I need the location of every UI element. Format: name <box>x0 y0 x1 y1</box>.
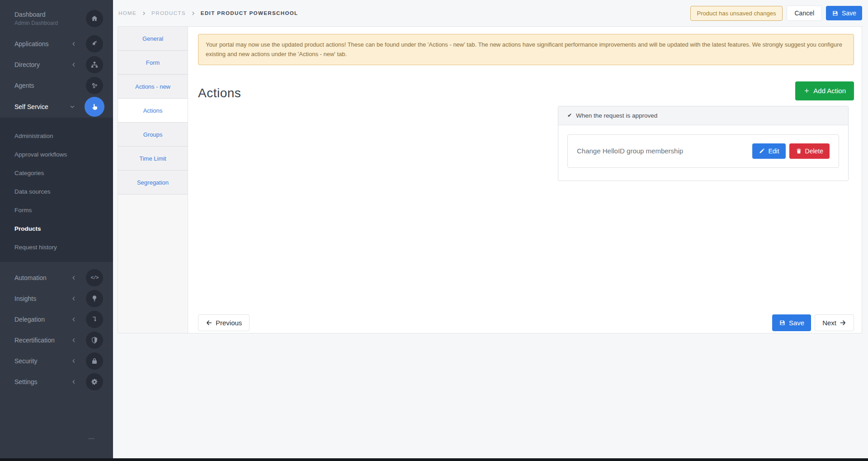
sidebar-item-applications[interactable]: Applications <box>0 33 113 54</box>
level-down-icon[interactable] <box>86 311 103 328</box>
chevron-left-icon <box>71 358 77 364</box>
submenu-item-approval-workflows[interactable]: Approval workflows <box>0 145 113 164</box>
add-action-button[interactable]: Add Action <box>795 81 854 100</box>
approval-panel-body: Change HelloID group membership Edit Del… <box>558 125 848 181</box>
half-shield-icon[interactable] <box>86 332 103 349</box>
breadcrumb-products[interactable]: PRODUCTS <box>151 10 186 16</box>
sidebar-item-label: Applications <box>14 40 71 48</box>
arrow-right-icon <box>840 319 846 326</box>
tab-segregation[interactable]: Segregation <box>118 171 188 195</box>
sidebar-item-agents[interactable]: Agents <box>0 75 113 96</box>
chevron-left-icon <box>71 337 77 343</box>
sidebar-item-label: Settings <box>14 378 71 385</box>
chevron-left-icon <box>71 379 77 385</box>
approval-panel: ✔ When the request is approved Change He… <box>558 106 849 181</box>
unsaved-changes-badge: Product has unsaved changes <box>690 6 783 21</box>
next-button[interactable]: Next <box>815 314 854 331</box>
action-item-row: Change HelloID group membership Edit Del… <box>567 134 839 168</box>
chevron-left-icon <box>71 275 77 281</box>
sidebar-bottom-section: Automation </> Insights Delegation <box>0 262 113 392</box>
submenu-item-administration[interactable]: Administration <box>0 127 113 145</box>
chevron-down-icon <box>69 104 75 110</box>
page-title: Actions <box>198 81 241 100</box>
next-button-label: Next <box>822 319 836 327</box>
tab-actions[interactable]: Actions <box>118 99 188 123</box>
add-action-label: Add Action <box>813 87 846 95</box>
edit-button-label: Edit <box>768 147 779 155</box>
tab-actions-new[interactable]: Actions - new <box>118 75 188 99</box>
edit-action-button[interactable]: Edit <box>752 143 785 159</box>
sidebar: Dashboard Admin Dashboard Applications D… <box>0 0 113 458</box>
pencil-icon <box>759 148 765 154</box>
top-bar: HOME PRODUCTS EDIT PRODUCT POWERSCHOOL P… <box>113 0 868 26</box>
chevron-left-icon <box>71 295 77 302</box>
hand-pointer-icon[interactable] <box>85 97 104 117</box>
previous-button-label: Previous <box>216 319 242 327</box>
chevron-left-icon <box>71 62 77 68</box>
delete-button-label: Delete <box>805 147 823 155</box>
product-edit-card: General Form Actions - new Actions Group… <box>118 26 862 333</box>
submenu-item-products[interactable]: Products <box>0 219 113 238</box>
sidebar-item-recertification[interactable]: Recertification <box>0 330 113 351</box>
sitemap-icon[interactable] <box>86 56 103 73</box>
chevron-left-icon <box>71 316 77 323</box>
sidebar-item-label: Automation <box>14 274 71 281</box>
sidebar-item-settings[interactable]: Settings <box>0 371 113 392</box>
cogs-icon[interactable] <box>86 77 103 94</box>
arrow-left-icon <box>206 319 212 326</box>
sidebar-item-label: Agents <box>14 82 86 89</box>
actions-update-alert: Your portal may now use the updated prod… <box>198 34 854 65</box>
submenu-item-forms[interactable]: Forms <box>0 201 113 219</box>
lock-icon[interactable] <box>86 352 103 370</box>
sidebar-item-delegation[interactable]: Delegation <box>0 309 113 330</box>
sidebar-item-label: Dashboard Admin Dashboard <box>14 11 86 26</box>
product-tabs: General Form Actions - new Actions Group… <box>118 27 188 333</box>
sidebar-item-dashboard[interactable]: Dashboard Admin Dashboard <box>0 4 113 33</box>
cancel-button[interactable]: Cancel <box>787 5 822 21</box>
code-glyph: </> <box>91 275 99 280</box>
tab-groups[interactable]: Groups <box>118 123 188 147</box>
sidebar-item-insights[interactable]: Insights <box>0 288 113 309</box>
tab-general[interactable]: General <box>118 27 188 51</box>
home-icon[interactable] <box>86 10 103 27</box>
save-bottom-label: Save <box>789 319 804 327</box>
floppy-icon <box>779 319 786 326</box>
sidebar-item-self-service[interactable]: Self Service <box>0 96 113 118</box>
bottom-dark-bar <box>0 458 868 461</box>
approval-panel-header: ✔ When the request is approved <box>558 106 848 125</box>
sidebar-item-security[interactable]: Security <box>0 351 113 371</box>
sidebar-scroll-indicator[interactable] <box>88 438 94 439</box>
approval-panel-title: When the request is approved <box>576 112 657 119</box>
submenu-item-data-sources[interactable]: Data sources <box>0 182 113 201</box>
submenu-item-categories[interactable]: Categories <box>0 164 113 182</box>
main-area: HOME PRODUCTS EDIT PRODUCT POWERSCHOOL P… <box>113 0 868 458</box>
tab-form[interactable]: Form <box>118 51 188 75</box>
gear-icon[interactable] <box>86 373 103 390</box>
action-item-name: Change HelloID group membership <box>577 147 683 155</box>
previous-button[interactable]: Previous <box>198 314 250 331</box>
breadcrumb: HOME PRODUCTS EDIT PRODUCT POWERSCHOOL <box>118 10 298 16</box>
trash-icon <box>796 148 802 154</box>
check-icon: ✔ <box>567 112 572 119</box>
save-button-bottom[interactable]: Save <box>772 314 811 331</box>
plus-icon <box>803 87 810 94</box>
rocket-icon[interactable] <box>86 35 103 52</box>
dashboard-label: Dashboard <box>14 11 46 18</box>
dashboard-sublabel: Admin Dashboard <box>14 20 86 26</box>
actions-heading-row: Actions Add Action <box>198 81 854 100</box>
tab-content: Your portal may now use the updated prod… <box>188 27 862 333</box>
save-button[interactable]: Save <box>826 6 862 20</box>
tab-time-limit[interactable]: Time Limit <box>118 147 188 171</box>
lightbulb-icon[interactable] <box>86 290 103 307</box>
submenu-item-request-history[interactable]: Request history <box>0 238 113 257</box>
sidebar-item-automation[interactable]: Automation </> <box>0 267 113 288</box>
sidebar-item-label: Security <box>14 357 71 365</box>
sidebar-item-label: Delegation <box>14 316 71 323</box>
sidebar-item-directory[interactable]: Directory <box>0 54 113 75</box>
breadcrumb-current: EDIT PRODUCT POWERSCHOOL <box>201 10 298 16</box>
delete-action-button[interactable]: Delete <box>789 143 830 159</box>
chevron-right-icon <box>191 11 196 16</box>
sidebar-item-label: Directory <box>14 61 71 68</box>
breadcrumb-home[interactable]: HOME <box>118 10 137 16</box>
code-icon[interactable]: </> <box>86 269 103 286</box>
